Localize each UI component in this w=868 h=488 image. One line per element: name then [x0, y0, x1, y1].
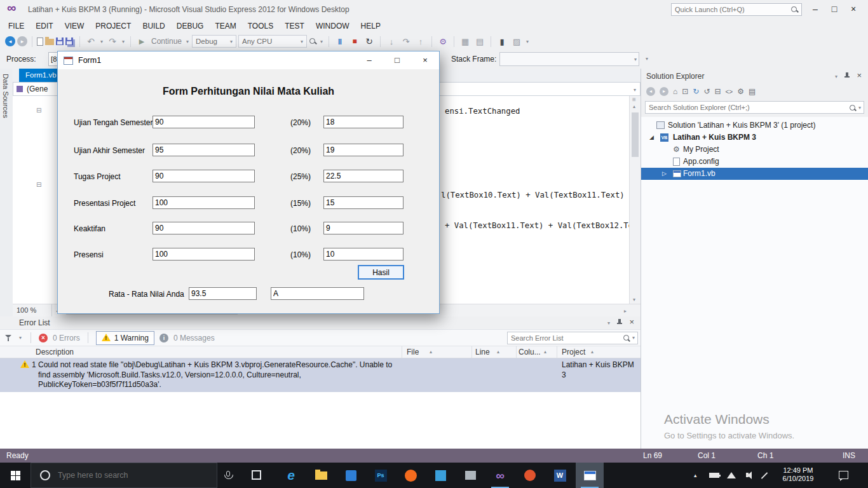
action-center-icon[interactable]: [839, 471, 848, 479]
window-position-icon[interactable]: ▾: [835, 74, 837, 79]
average-input[interactable]: [189, 287, 257, 300]
weighted-input-keaktifan[interactable]: [323, 222, 403, 234]
taskbar-app-word[interactable]: W: [546, 463, 574, 488]
find-icon[interactable]: [309, 37, 317, 46]
filter-dropdown-icon[interactable]: ▾: [18, 335, 23, 341]
navigate-backward-icon[interactable]: ◂: [5, 36, 15, 46]
tray-expand-icon[interactable]: ▴: [694, 472, 697, 478]
form1-minimize-button[interactable]: –: [355, 51, 383, 69]
taskbar-app-6[interactable]: [426, 463, 454, 488]
error-list-search[interactable]: ▾: [507, 332, 638, 344]
column-file[interactable]: File: [407, 348, 419, 356]
taskbar-app-edge[interactable]: e: [277, 463, 305, 488]
tree-item-solution[interactable]: Solution 'Latihan + Kuis BKPM 3' (1 proj…: [641, 119, 868, 132]
menu-team[interactable]: TEAM: [209, 19, 241, 33]
windows-grid-icon[interactable]: ▦: [459, 37, 471, 46]
taskbar-app-firefox[interactable]: [397, 463, 424, 488]
weighted-input-presentasi[interactable]: [323, 196, 403, 209]
minimize-button[interactable]: –: [806, 0, 825, 19]
quick-launch-box[interactable]: [671, 3, 802, 16]
taskbar-app-store[interactable]: [337, 463, 365, 488]
taskbar-clock[interactable]: 12:49 PM 6/10/2019: [778, 466, 818, 483]
window-position-icon[interactable]: ▾: [607, 320, 610, 326]
scroll-right-icon[interactable]: ▸: [624, 308, 627, 314]
volume-icon[interactable]: [746, 473, 749, 477]
close-panel-icon[interactable]: ×: [857, 71, 862, 80]
menu-debug[interactable]: DEBUG: [171, 19, 210, 33]
tree-item-app-config[interactable]: App.config: [641, 156, 868, 168]
microphone-icon[interactable]: [226, 471, 230, 477]
toolbar-options-icon[interactable]: ▾: [644, 56, 649, 62]
continue-button[interactable]: Continue: [150, 37, 183, 46]
close-panel-icon[interactable]: ×: [629, 317, 634, 327]
tree-item-my-project[interactable]: ⚙ My Project: [641, 144, 868, 156]
score-input-uas[interactable]: [153, 144, 255, 156]
undo-icon[interactable]: ↶: [85, 36, 97, 46]
zoom-combo[interactable]: 100 %: [13, 304, 52, 316]
menu-view[interactable]: VIEW: [59, 19, 90, 33]
step-over-icon[interactable]: ↷: [400, 37, 412, 46]
solution-explorer-search[interactable]: ▾: [645, 101, 864, 114]
continue-play-icon[interactable]: ▶: [135, 37, 148, 46]
score-input-presensi[interactable]: [153, 248, 255, 261]
taskbar-app-7[interactable]: [456, 463, 484, 488]
column-project[interactable]: Project: [562, 348, 585, 356]
close-button[interactable]: ×: [844, 0, 863, 19]
column-line[interactable]: Line: [475, 348, 490, 356]
bookmark-icon[interactable]: ▮: [496, 37, 508, 46]
pause-icon[interactable]: ‖: [334, 37, 346, 46]
restart-icon[interactable]: ↻: [363, 36, 376, 46]
menu-help[interactable]: HELP: [355, 19, 386, 33]
toolbar-overflow-icon[interactable]: ▾: [525, 39, 530, 44]
score-input-keaktifan[interactable]: [153, 222, 255, 234]
debug-configuration-combo[interactable]: Debug ▾: [192, 35, 236, 48]
scroll-down-icon[interactable]: ▾: [633, 297, 635, 302]
network-icon[interactable]: [727, 472, 736, 478]
expander-closed-icon[interactable]: ▷: [662, 170, 667, 177]
pin-icon[interactable]: [616, 318, 623, 327]
class-dropdown[interactable]: (Gene: [27, 85, 48, 93]
menu-build[interactable]: BUILD: [137, 19, 170, 33]
warning-row[interactable]: 1 Could not read state file "obj\Debug\L…: [0, 358, 641, 392]
taskbar-app-9[interactable]: [516, 463, 544, 488]
expander-open-icon[interactable]: ◢: [649, 134, 654, 140]
column-column[interactable]: Colu...: [519, 348, 541, 356]
menu-tools[interactable]: TOOLS: [242, 19, 279, 33]
data-sources-tab[interactable]: Data Sources: [0, 69, 13, 316]
home-icon[interactable]: ⌂: [673, 87, 677, 96]
platform-combo[interactable]: Any CPU ▾: [238, 35, 307, 48]
save-icon[interactable]: [56, 37, 64, 45]
score-input-uts[interactable]: [153, 116, 255, 128]
step-out-icon[interactable]: ↑: [414, 37, 427, 46]
back-icon[interactable]: ◂: [646, 87, 655, 96]
weighted-input-presensi[interactable]: [323, 248, 403, 261]
hasil-button[interactable]: Hasil: [358, 265, 404, 280]
open-file-icon[interactable]: [45, 39, 54, 45]
error-list-search-input[interactable]: [508, 334, 623, 342]
save-all-icon[interactable]: [65, 37, 73, 45]
solution-explorer-search-input[interactable]: [646, 104, 849, 111]
vertical-scrollbar[interactable]: ≡ ▴ ▾: [629, 96, 641, 304]
battery-icon[interactable]: [709, 473, 719, 478]
tree-item-project[interactable]: ◢ VB Latihan + Kuis BKPM 3: [641, 132, 868, 144]
menu-file[interactable]: FILE: [3, 19, 30, 33]
find-dropdown-icon[interactable]: ▾: [319, 39, 324, 44]
score-input-presentasi[interactable]: [153, 196, 255, 209]
warnings-count-button[interactable]: 1 Warning: [96, 331, 154, 345]
collapse-all-icon[interactable]: ⊟: [714, 87, 721, 96]
sync-icon[interactable]: ↺: [703, 87, 710, 96]
tab-form1-vb[interactable]: Form1.vb: [19, 69, 63, 82]
score-input-tugas[interactable]: [153, 170, 255, 182]
show-all-files-icon[interactable]: ▤: [749, 87, 756, 96]
bookmark-next-icon[interactable]: ▨: [510, 37, 523, 46]
menu-test[interactable]: TEST: [279, 19, 310, 33]
grade-input[interactable]: [271, 287, 364, 300]
scrollbar-thumb[interactable]: [632, 112, 639, 157]
splitter-grip-icon[interactable]: ≡: [632, 96, 636, 103]
messages-count-button[interactable]: 0 Messages: [173, 334, 215, 342]
undo-dropdown-icon[interactable]: ▾: [99, 39, 104, 44]
form1-close-button[interactable]: ×: [411, 51, 439, 69]
tree-item-form1[interactable]: ▷ Form1.vb: [641, 168, 868, 180]
tools-gear-icon[interactable]: ⚙: [437, 37, 449, 46]
redo-dropdown-icon[interactable]: ▾: [121, 39, 126, 44]
